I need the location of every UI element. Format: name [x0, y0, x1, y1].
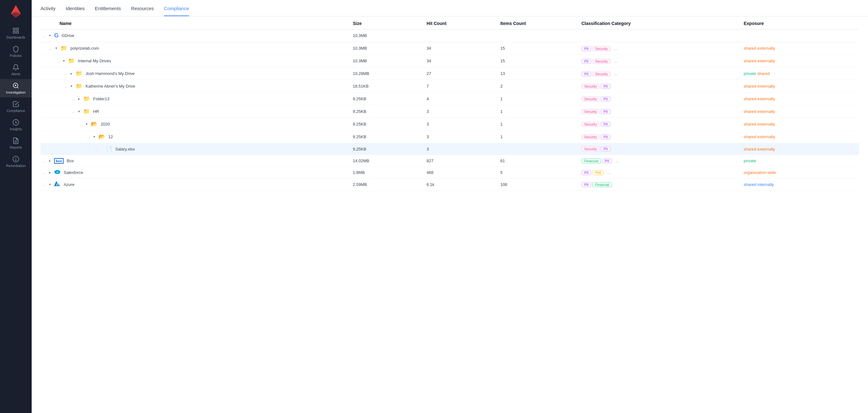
row-dots[interactable]: .. — [65, 84, 67, 89]
expand-down-icon[interactable]: ▾ — [62, 59, 66, 63]
item-name: polyrizelab.com — [70, 46, 99, 50]
sidebar-item-investigation[interactable]: Investigation — [0, 79, 32, 97]
brand-icon-folder: 📁 — [60, 45, 67, 51]
row-dots[interactable]: .. — [43, 170, 46, 175]
row-dots[interactable]: .. — [50, 46, 52, 50]
name-cell: .. ▾ 📁 Internal My Drives — [40, 55, 350, 67]
svg-rect-6 — [17, 31, 18, 33]
badge-pii: PII — [582, 170, 591, 175]
svg-text:sf: sf — [56, 171, 59, 174]
row-dots[interactable]: .. — [43, 159, 46, 163]
table-row: .. ▾ G GDrive 10.3MB — [40, 29, 859, 42]
sidebar-item-compliance[interactable]: Compliance — [0, 97, 32, 116]
expand-right-icon[interactable]: ▸ — [69, 71, 74, 76]
sidebar-item-remediation[interactable]: Remediation — [0, 152, 32, 171]
tab-activity[interactable]: Activity — [40, 6, 56, 16]
badge-more: ... — [604, 170, 614, 175]
exposure-cell: shared externally — [741, 42, 859, 55]
exposure-value: shared externally — [744, 84, 775, 89]
hit-count-cell — [424, 29, 498, 42]
row-dots[interactable]: .. — [43, 182, 46, 187]
item-name: Salary.xlsx — [115, 147, 135, 151]
row-dots[interactable]: .. — [80, 122, 83, 127]
expand-down-icon[interactable]: ▾ — [85, 122, 89, 126]
expand-down-icon[interactable]: ▾ — [48, 182, 52, 186]
badge-more: ... — [612, 58, 620, 64]
row-dots[interactable]: .. — [95, 147, 98, 151]
brand-icon-azure — [54, 181, 60, 188]
expand-down-icon[interactable]: ▾ — [69, 84, 74, 88]
classification-cell: SecurityPII — [579, 118, 741, 131]
size-cell: 1.8MB — [350, 167, 424, 178]
hit-count-cell: 468 — [424, 167, 498, 178]
table-container: Name Size Hit Count Items Count Classifi… — [32, 16, 868, 413]
tab-compliance[interactable]: Compliance — [164, 6, 189, 16]
sidebar-label-dashboards: Dashboards — [6, 35, 25, 39]
exposure-value: shared externally — [744, 46, 775, 50]
item-name: HR — [93, 109, 99, 114]
badge-security: Security — [582, 109, 600, 114]
size-cell: 18.51KB — [350, 80, 424, 93]
item-name: Box — [67, 159, 74, 163]
sidebar-item-dashboards[interactable]: Dashboards — [0, 24, 32, 42]
compliance-table: Name Size Hit Count Items Count Classifi… — [40, 16, 859, 191]
badge-pii: PII — [600, 97, 610, 102]
size-cell: 9.25KB — [350, 105, 424, 118]
brand-icon-folder: 📁 — [83, 96, 90, 102]
sidebar-item-policies[interactable]: Policies — [0, 42, 32, 61]
row-dots[interactable]: .. — [43, 33, 46, 38]
expand-right-icon[interactable]: ▸ — [48, 159, 52, 163]
brand-icon-folder: 📁 — [76, 83, 82, 90]
col-name: Name — [40, 16, 350, 29]
badge-financial: Financial — [582, 159, 601, 164]
svg-rect-3 — [13, 28, 15, 30]
item-name: 2020 — [101, 122, 110, 127]
tab-entitlements[interactable]: Entitlements — [95, 6, 121, 16]
size-cell: 9.25KB — [350, 118, 424, 131]
exposure-cell: shared externally — [741, 80, 859, 93]
name-cell: .. ▾ G GDrive — [40, 29, 350, 42]
expand-right-icon[interactable]: ▸ — [77, 97, 81, 101]
expand-down-icon[interactable]: ▾ — [48, 34, 52, 38]
sidebar-label-insights: Insights — [10, 127, 22, 131]
table-row: .. ▾ 📁 Katherine Abner's My Drive 18.51K… — [40, 80, 859, 93]
row-dots[interactable]: .. — [72, 109, 75, 114]
row-dots[interactable]: .. — [72, 97, 75, 101]
size-cell: 10.28MB — [350, 67, 424, 80]
tab-identities[interactable]: Identities — [66, 6, 85, 16]
item-name: Folder13 — [93, 97, 109, 101]
row-dots[interactable]: .. — [57, 59, 60, 63]
sidebar-item-insights[interactable]: Insights — [0, 116, 32, 134]
classification-cell: SecurityPII — [579, 143, 741, 155]
size-cell: 9.25KB — [350, 93, 424, 105]
row-dots[interactable]: .. — [87, 134, 90, 139]
classification-cell: SecurityPII — [579, 105, 741, 118]
size-cell: 10.3MB — [350, 55, 424, 67]
expand-down-icon[interactable]: ▾ — [77, 109, 81, 113]
size-cell: 9.25KB — [350, 131, 424, 143]
badge-financial: Financial — [592, 182, 612, 187]
expand-right-icon[interactable]: ▸ — [48, 170, 52, 175]
name-cell: .. ▾ Azure — [40, 178, 350, 191]
expand-down-icon[interactable]: ▾ — [92, 135, 97, 139]
badge-pii: PII — [600, 122, 610, 127]
exposure-value: shared externally — [744, 59, 775, 63]
items-count-cell: 108 — [498, 178, 579, 191]
svg-rect-4 — [17, 28, 18, 30]
tab-resources[interactable]: Resources — [131, 6, 154, 16]
table-row: .. ▸ 📁 Josh Hammond's My Drive 10.28MB27… — [40, 67, 859, 80]
exposure-value: private — [744, 159, 756, 163]
exposure-cell: shared externally — [741, 143, 859, 155]
brand-icon-folder: 📁 — [76, 70, 82, 77]
sidebar-item-reports[interactable]: Reports — [0, 134, 32, 152]
expand-down-icon[interactable]: ▾ — [54, 46, 59, 50]
exposure-cell — [741, 29, 859, 42]
brand-icon-xlsx: 📄 — [106, 146, 112, 152]
badge-security: Security — [592, 71, 611, 76]
classification-cell: PIIPHI... — [579, 167, 741, 178]
badge-pii: PII — [582, 71, 591, 76]
sidebar-item-alerts[interactable]: Alerts — [0, 61, 32, 79]
hit-count-cell: 6.1k — [424, 178, 498, 191]
exposure-value: shared externally — [744, 97, 775, 101]
row-dots[interactable]: .. — [65, 71, 67, 76]
